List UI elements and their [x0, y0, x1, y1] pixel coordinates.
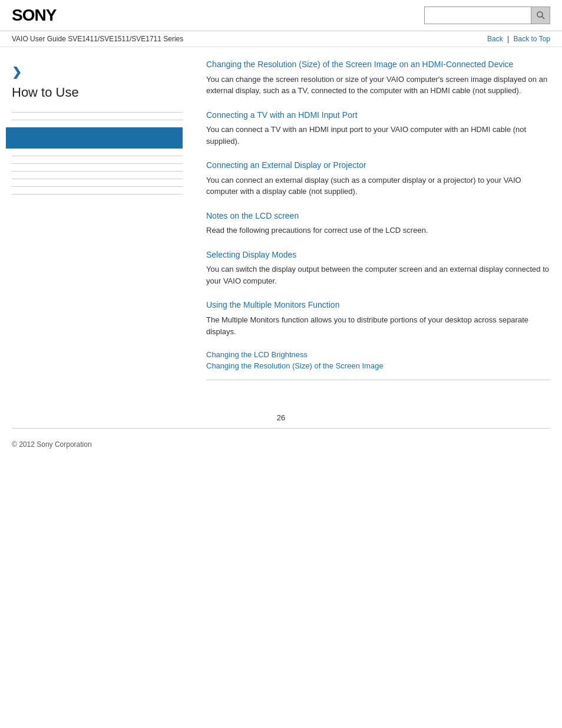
desc-multiple-monitors: The Multiple Monitors function allows yo… [206, 314, 550, 337]
link-display-modes[interactable]: Selecting Display Modes [206, 250, 296, 259]
main-content: ❯ How to Use Changing the Resolution (Si… [0, 47, 562, 401]
desc-tv-hdmi: You can connect a TV with an HDMI input … [206, 124, 550, 147]
bottom-links: Changing the LCD Brightness Changing the… [206, 350, 550, 370]
back-link[interactable]: Back [487, 35, 503, 43]
sidebar-active-item[interactable] [6, 127, 183, 149]
link-multiple-monitors[interactable]: Using the Multiple Monitors Function [206, 300, 339, 309]
sidebar-divider-6 [12, 179, 183, 179]
sidebar-divider-2 [12, 120, 183, 120]
content-area: Changing the Resolution (Size) of the Sc… [194, 59, 550, 390]
sidebar-divider-8 [12, 194, 183, 195]
desc-external-display: You can connect an external display (suc… [206, 174, 550, 197]
section-external-display: Connecting an External Display or Projec… [206, 160, 550, 197]
sidebar-arrow: ❯ [12, 65, 183, 79]
desc-hdmi-resolution: You can change the screen resolution or … [206, 74, 550, 97]
search-button[interactable] [531, 7, 550, 24]
section-display-modes: Selecting Display Modes You can switch t… [206, 249, 550, 287]
section-tv-hdmi: Connecting a TV with an HDMI Input Port … [206, 110, 550, 147]
header: SONY [0, 0, 562, 31]
link-tv-hdmi[interactable]: Connecting a TV with an HDMI Input Port [206, 110, 358, 120]
nav-bar: VAIO User Guide SVE1411/SVE1511/SVE1711 … [0, 31, 562, 47]
section-multiple-monitors: Using the Multiple Monitors Function The… [206, 299, 550, 337]
guide-title: VAIO User Guide SVE1411/SVE1511/SVE1711 … [12, 35, 183, 43]
content-bottom-divider [206, 380, 550, 380]
back-to-top-link[interactable]: Back to Top [514, 35, 550, 43]
link-external-display[interactable]: Connecting an External Display or Projec… [206, 160, 366, 170]
nav-links: Back | Back to Top [487, 35, 550, 43]
link-hdmi-resolution[interactable]: Changing the Resolution (Size) of the Sc… [206, 60, 513, 69]
link-lcd-notes[interactable]: Notes on the LCD screen [206, 211, 299, 220]
desc-lcd-notes: Read the following precautions for corre… [206, 225, 550, 236]
sidebar: ❯ How to Use [12, 59, 194, 390]
search-box [424, 6, 550, 24]
section-hdmi-resolution: Changing the Resolution (Size) of the Sc… [206, 59, 550, 97]
sidebar-divider-1 [12, 112, 183, 113]
desc-display-modes: You can switch the display output betwee… [206, 263, 550, 286]
link-lcd-brightness[interactable]: Changing the LCD Brightness [206, 350, 550, 359]
svg-point-0 [537, 12, 543, 17]
sidebar-divider-5 [12, 171, 183, 172]
sidebar-divider-7 [12, 186, 183, 187]
sony-logo: SONY [12, 6, 56, 25]
search-icon [536, 11, 546, 20]
svg-line-1 [542, 17, 544, 19]
sidebar-divider-3 [12, 156, 183, 156]
sidebar-title: How to Use [12, 85, 183, 100]
page-number: 26 [0, 401, 562, 428]
sidebar-divider-4 [12, 163, 183, 164]
section-lcd-notes: Notes on the LCD screen Read the followi… [206, 210, 550, 236]
nav-separator: | [507, 35, 509, 43]
copyright-text: © 2012 Sony Corporation [12, 440, 92, 449]
link-screen-resolution[interactable]: Changing the Resolution (Size) of the Sc… [206, 361, 550, 370]
footer: © 2012 Sony Corporation [0, 429, 562, 460]
search-input[interactable] [425, 7, 531, 24]
